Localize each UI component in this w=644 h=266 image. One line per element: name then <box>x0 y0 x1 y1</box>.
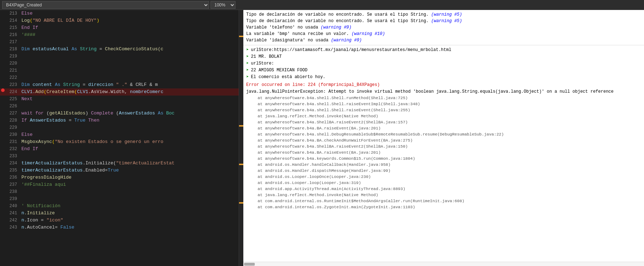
warning-line: Tipo de declaración de variable no encon… <box>246 11 641 18</box>
warning-num: (warning #9) <box>331 38 362 43</box>
log-entry: ➤El comercio está abierto hoy. <box>246 74 641 80</box>
code-line-228: 228 If AnswerEstados = True Then <box>0 117 239 124</box>
code-line-227: 227 wait for (getAllEstados) Complete (A… <box>0 110 239 117</box>
line-number: 215 <box>6 24 20 31</box>
log-entry: ➤22 AMIGOS MEXICAN FOOD <box>246 67 641 73</box>
warning-num: (warning #10) <box>351 31 385 36</box>
minimap-marker <box>239 202 243 204</box>
log-warnings: Tipo de declaración de variable no encon… <box>243 10 644 45</box>
stack-trace-line: at com.android.internal.os.ZygoteInit.ma… <box>246 204 641 210</box>
line-number: 225 <box>6 96 20 103</box>
line-number: 242 <box>6 217 20 224</box>
code-line-230: 230 Else <box>0 131 239 138</box>
code-line-237: 237 '##Finaliza aqui <box>0 181 239 188</box>
code-scroll[interactable]: 213Else214 Log("NO ABRE EL DÍA DE HOY")2… <box>0 10 239 266</box>
line-content: Else <box>20 131 239 138</box>
line-number: 241 <box>6 210 20 217</box>
log-arrow-icon: ➤ <box>246 47 249 53</box>
log-text: urlStore: <box>251 60 274 67</box>
stack-trace-line: at android.os.Looper.loopOnce(Looper.jav… <box>246 174 641 180</box>
line-number: 220 <box>6 60 20 67</box>
line-content: timerActualizarEstatus.Enabled=True <box>20 167 239 174</box>
line-number: 243 <box>6 224 20 231</box>
code-line-224: 224 CLV1.Add(CreateItem(CLV1.AsView.Widt… <box>0 88 239 96</box>
line-number: 226 <box>6 103 20 110</box>
line-number: 224 <box>6 88 20 96</box>
top-bar: B4XPage_Created 100% <box>0 0 644 10</box>
log-arrow-icon: ➤ <box>246 53 249 60</box>
warning-num: (warning #5) <box>431 12 462 17</box>
line-content: Dim content As String = direccion " ." &… <box>20 81 239 88</box>
code-line-242: 242 n.Icon = "icon" <box>0 217 239 224</box>
code-line-213: 213Else <box>0 10 239 17</box>
log-entry: ➤urlStore:https://santamasoft.mx/jaanal/… <box>246 47 641 53</box>
log-arrow-icon: ➤ <box>246 60 249 67</box>
stack-trace-line: at anywheresoftware.b4a.BA.raiseEvent(BA… <box>246 149 641 155</box>
main-area: 213Else214 Log("NO ABRE EL DÍA DE HOY")2… <box>0 10 644 266</box>
warning-num: (warning #9) <box>321 25 351 30</box>
code-line-225: 225 Next <box>0 96 239 103</box>
line-content: timerActualizarEstatus.Initialize("timer… <box>20 160 239 167</box>
stack-trace-line: at anywheresoftware.b4a.shell.Shell.rais… <box>246 107 641 113</box>
line-content: wait for (getAllEstados) Complete (Answe… <box>20 110 239 117</box>
line-number: 240 <box>6 203 20 210</box>
code-line-216: 216 '#### <box>0 31 239 39</box>
code-line-223: 223 Dim content As String = direccion " … <box>0 81 239 88</box>
code-line-221: 221 <box>0 67 239 74</box>
line-number: 213 <box>6 10 20 17</box>
code-line-226: 226 <box>0 103 239 110</box>
code-line-238: 238 <box>0 188 239 195</box>
stack-trace-line: at anywheresoftware.b4a.BA.raiseEvent(BA… <box>246 125 641 131</box>
line-content: Dim estatusActual As String = CheckComer… <box>20 46 239 53</box>
line-number: 217 <box>6 39 20 46</box>
log-output[interactable]: ➤urlStore:https://santamasoft.mx/jaanal/… <box>243 45 644 262</box>
warning-line: Variable 'idasignatura' no usada (warnin… <box>246 37 641 44</box>
line-number: 233 <box>6 153 20 160</box>
line-number: 232 <box>6 145 20 153</box>
line-content: ' Notificación <box>20 203 239 210</box>
line-content: n.Initialize <box>20 210 239 217</box>
line-number: 236 <box>6 174 20 181</box>
code-line-215: 215 End If <box>0 24 239 31</box>
line-number: 229 <box>6 124 20 131</box>
log-text: urlStore:https://santamasoft.mx/jaanal/a… <box>251 47 451 53</box>
line-number: 221 <box>6 67 20 74</box>
line-content: n.AutoCancel= False <box>20 224 239 231</box>
log-text: 22 AMIGOS MEXICAN FOOD <box>251 67 307 73</box>
stack-trace-line: at anywheresoftware.b4a.shell.Shell.runM… <box>246 95 641 101</box>
line-number: 235 <box>6 167 20 174</box>
code-line-217: 217 <box>0 39 239 46</box>
code-line-241: 241 n.Initialize <box>0 210 239 217</box>
minimap-marker <box>239 164 243 165</box>
stack-trace-line: at android.app.ActivityThread.main(Activ… <box>246 186 641 192</box>
stack-trace-line: at anywheresoftware.b4a.shell.Shell.rais… <box>246 101 641 107</box>
zoom-dropdown[interactable]: 100% <box>211 1 235 9</box>
stack-trace-line: at android.os.Handler.handleCallback(Han… <box>246 162 641 168</box>
error-header: Error occurred on line: 224 (formprincip… <box>246 82 641 88</box>
line-content: '#### <box>20 31 239 39</box>
code-line-229: 229 <box>0 124 239 131</box>
line-content: '##Finaliza aqui <box>20 181 239 188</box>
line-number: 234 <box>6 160 20 167</box>
log-text: El comercio está abierto hoy. <box>251 74 325 80</box>
stack-trace-line: at android.os.Looper.loop(Looper.java:31… <box>246 180 641 186</box>
minimap <box>239 10 243 266</box>
breakpoint-dot <box>1 88 5 92</box>
line-content: End If <box>20 145 239 153</box>
stack-trace-line: at java.lang.reflect.Method.invoke(Nativ… <box>246 113 641 119</box>
code-line-218: 218 Dim estatusActual As String = CheckC… <box>0 46 239 53</box>
stack-trace-line: at java.lang.reflect.Method.invoke(Nativ… <box>246 192 641 198</box>
file-dropdown[interactable]: B4XPage_Created <box>2 1 209 9</box>
code-line-214: 214 Log("NO ABRE EL DÍA DE HOY") <box>0 17 239 24</box>
line-number: 239 <box>6 195 20 203</box>
line-number: 238 <box>6 188 20 195</box>
line-indicator-224 <box>0 88 6 92</box>
log-arrow-icon: ➤ <box>246 67 249 73</box>
log-arrow-icon: ➤ <box>246 74 249 80</box>
line-number: 214 <box>6 17 20 24</box>
log-hscroll[interactable] <box>243 262 644 266</box>
stack-trace-line: at anywheresoftware.b4a.BA.checkAndRunWa… <box>246 137 641 143</box>
line-content: End If <box>20 24 239 31</box>
line-content: n.Icon = "icon" <box>20 217 239 224</box>
code-line-231: 231 MsgboxAsync("No existen Estados o se… <box>0 138 239 145</box>
